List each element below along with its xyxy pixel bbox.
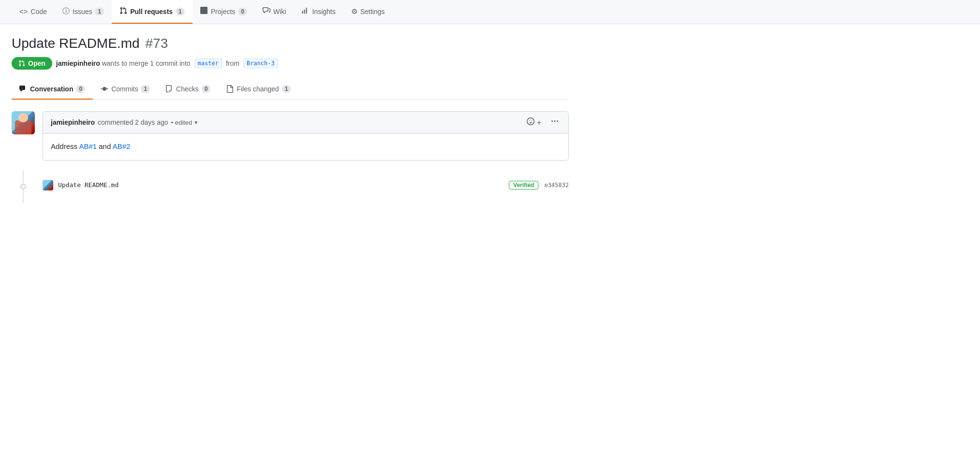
tab-files-changed-badge: 1 xyxy=(282,85,291,93)
projects-badge: 0 xyxy=(238,8,247,15)
tab-checks-label: Checks xyxy=(176,85,199,93)
comment-header: jamiepinheiro commented 2 days ago • edi… xyxy=(43,112,568,133)
pr-meta-description: wants to merge 1 commit into xyxy=(102,59,191,67)
nav-label-projects: Projects xyxy=(211,8,236,15)
comment-link-between: and xyxy=(97,142,113,150)
repo-nav: <> Code ⓘ Issues 1 Pull requests 1 Proje… xyxy=(0,0,980,24)
nav-label-pull-requests: Pull requests xyxy=(130,8,173,15)
commit-right: Verified e345832 xyxy=(509,181,569,190)
pr-number: #73 xyxy=(146,36,168,51)
tab-files-changed-label: Files changed xyxy=(237,85,279,93)
commit-message: Update README.md xyxy=(58,181,504,189)
pr-target-branch: master xyxy=(194,58,222,68)
pr-title-row: Update README.md #73 xyxy=(12,36,569,51)
wiki-icon xyxy=(263,7,270,16)
chevron-down-icon: ▼ xyxy=(193,120,198,125)
comment-author: jamiepinheiro xyxy=(51,118,95,126)
avatar xyxy=(12,111,35,134)
nav-item-pull-requests[interactable]: Pull requests 1 xyxy=(112,0,193,24)
nav-item-insights[interactable]: Insights xyxy=(294,0,343,24)
comment-link-2[interactable]: AB#2 xyxy=(113,142,131,150)
pull-requests-badge: 1 xyxy=(176,8,185,15)
tab-commits[interactable]: Commits 1 xyxy=(93,79,158,100)
tab-commits-badge: 1 xyxy=(141,85,150,93)
pr-title: Update README.md xyxy=(12,36,140,51)
more-actions-button[interactable] xyxy=(549,117,561,128)
pull-requests-icon xyxy=(119,7,127,16)
nav-item-code[interactable]: <> Code xyxy=(12,0,55,23)
tab-commits-label: Commits xyxy=(111,85,138,93)
commit-timeline-dot xyxy=(20,184,26,190)
pr-tabs: Conversation 0 Commits 1 Checks 0 Files … xyxy=(12,79,569,100)
commit-sha: e345832 xyxy=(544,182,569,189)
timeline-line-top xyxy=(23,170,24,184)
comment-timestamp: commented 2 days ago xyxy=(98,118,168,126)
comment-header-right: + xyxy=(525,117,561,128)
tab-conversation-label: Conversation xyxy=(30,85,73,93)
tab-checks-badge: 0 xyxy=(202,85,211,93)
nav-label-wiki: Wiki xyxy=(273,8,286,15)
nav-label-settings: Settings xyxy=(360,8,385,15)
projects-icon xyxy=(200,7,208,16)
tab-conversation[interactable]: Conversation 0 xyxy=(12,79,93,100)
pr-meta-author: jamiepinheiro wants to merge 1 commit in… xyxy=(56,59,191,67)
comment-link-1[interactable]: AB#1 xyxy=(79,142,97,150)
issues-icon: ⓘ xyxy=(62,7,70,16)
insights-icon xyxy=(301,7,309,16)
nav-item-issues[interactable]: ⓘ Issues 1 xyxy=(55,0,112,24)
nav-item-wiki[interactable]: Wiki xyxy=(255,0,294,24)
tab-files-changed[interactable]: Files changed 1 xyxy=(218,79,298,100)
add-emoji-label: + xyxy=(537,118,541,127)
timeline-line-bottom xyxy=(23,190,24,203)
commit-row: Update README.md Verified e345832 xyxy=(43,170,569,190)
code-icon: <> xyxy=(19,7,28,15)
comment-header-left: jamiepinheiro commented 2 days ago • edi… xyxy=(51,118,198,126)
issues-badge: 1 xyxy=(95,8,104,15)
timeline-left xyxy=(12,170,35,203)
pr-status-text: Open xyxy=(28,59,45,67)
nav-label-issues: Issues xyxy=(73,8,92,15)
pr-from-text: from xyxy=(226,59,239,67)
commit-avatar xyxy=(43,180,53,190)
pr-status-badge: Open xyxy=(12,57,52,70)
settings-icon: ⚙ xyxy=(351,7,357,16)
avatar-image xyxy=(12,111,35,134)
pr-meta: Open jamiepinheiro wants to merge 1 comm… xyxy=(12,57,569,70)
verified-badge: Verified xyxy=(509,181,538,190)
edited-dropdown[interactable]: • edited ▼ xyxy=(171,119,199,126)
comment-box: jamiepinheiro commented 2 days ago • edi… xyxy=(43,111,569,161)
comment-body: Address AB#1 and AB#2 xyxy=(43,133,568,160)
comment-thread: jamiepinheiro commented 2 days ago • edi… xyxy=(12,111,569,161)
pr-author-name: jamiepinheiro xyxy=(56,59,100,67)
tab-checks[interactable]: Checks 0 xyxy=(158,79,218,100)
main-content: Update README.md #73 Open jamiepinheiro … xyxy=(0,24,580,203)
commit-timeline: Update README.md Verified e345832 xyxy=(12,170,569,203)
nav-item-settings[interactable]: ⚙ Settings xyxy=(343,0,393,24)
tab-conversation-badge: 0 xyxy=(76,85,85,93)
nav-item-projects[interactable]: Projects 0 xyxy=(193,0,255,24)
commit-avatar-image xyxy=(43,180,53,190)
add-reaction-button[interactable]: + xyxy=(525,117,543,128)
pr-source-branch: Branch-3 xyxy=(243,58,278,68)
nav-label-insights: Insights xyxy=(312,8,335,15)
nav-label-code: Code xyxy=(31,8,47,15)
edited-label: • edited xyxy=(171,119,193,126)
comment-body-text: Address xyxy=(51,142,79,150)
